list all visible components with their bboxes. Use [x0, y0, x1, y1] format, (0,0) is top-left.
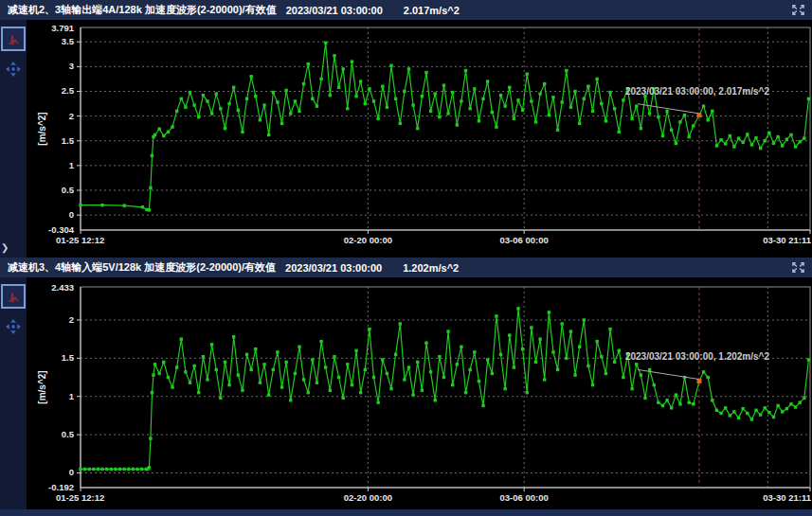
svg-text:3: 3 [69, 61, 74, 71]
svg-text:1: 1 [69, 160, 75, 170]
svg-text:03-06 00:00: 03-06 00:00 [500, 235, 549, 245]
chart-area-top: 3.532.521.510.503.791-0.30401-25 12:1202… [27, 20, 812, 258]
expand-arrows-icon [791, 4, 805, 16]
move-arrows-icon [6, 319, 21, 334]
svg-text:1.5: 1.5 [62, 135, 75, 146]
fullscreen-icon[interactable] [789, 3, 806, 18]
svg-text:1: 1 [69, 391, 75, 401]
svg-text:[m/s^2]: [m/s^2] [37, 370, 47, 403]
svg-text:2.5: 2.5 [62, 85, 75, 96]
trend-chart-bottom[interactable]: 21.510.502.433-0.19201-25 12:1202-20 00:… [27, 277, 812, 509]
svg-text:0: 0 [69, 467, 74, 477]
window-bottom-bar [0, 509, 812, 516]
panel-title: 减速机3、4轴输入端5V/128k 加速度波形(2-20000)/有效值 [8, 260, 276, 275]
expand-arrows-icon [791, 261, 805, 274]
svg-text:03-30 21:11: 03-30 21:11 [763, 235, 811, 245]
svg-text:[m/s^2]: [m/s^2] [37, 112, 47, 145]
cursor-value: 2.017m/s^2 [404, 5, 460, 16]
expand-panel-arrow-icon[interactable]: ❯ [1, 242, 9, 254]
svg-text:3.5: 3.5 [62, 36, 75, 46]
vibration-monitor-window: 减速机2、3轴输出端4A/128k 加速度波形(2-20000)/有效值 202… [0, 0, 812, 516]
svg-text:02-20 00:00: 02-20 00:00 [344, 235, 392, 245]
cursor-timestamp: 2023/03/21 03:00:00 [285, 262, 382, 274]
pan-tool-button[interactable] [6, 62, 21, 77]
panel-body-top: 3.532.521.510.503.791-0.30401-25 12:1202… [0, 20, 812, 258]
pan-tool-button[interactable] [6, 319, 21, 334]
mini-chart-icon [7, 290, 20, 303]
trend-chart-top[interactable]: 3.532.521.510.503.791-0.30401-25 12:1202… [27, 20, 812, 258]
chart-side-toolbar [0, 277, 27, 509]
panel-header-top: 减速机2、3轴输出端4A/128k 加速度波形(2-20000)/有效值 202… [0, 0, 812, 20]
svg-text:03-06 00:00: 03-06 00:00 [500, 492, 549, 503]
svg-text:01-25 12:12: 01-25 12:12 [56, 492, 104, 503]
svg-text:2.433: 2.433 [51, 282, 74, 293]
mini-chart-icon [7, 32, 20, 45]
panel-header-bottom: 减速机3、4轴输入端5V/128k 加速度波形(2-20000)/有效值 202… [0, 258, 812, 277]
svg-text:1.5: 1.5 [62, 352, 75, 363]
cursor-timestamp: 2023/03/21 03:00:00 [286, 5, 383, 16]
svg-text:03-30 21:11: 03-30 21:11 [763, 492, 811, 503]
svg-text:02-20 00:00: 02-20 00:00 [344, 492, 392, 503]
trend-panel-top: 减速机2、3轴输出端4A/128k 加速度波形(2-20000)/有效值 202… [0, 0, 812, 258]
move-arrows-icon [6, 62, 21, 77]
svg-text:-0.304: -0.304 [48, 224, 75, 235]
chart-thumbnail-button[interactable] [1, 284, 26, 309]
svg-text:2: 2 [69, 111, 74, 121]
cursor-value: 1.202m/s^2 [403, 262, 459, 274]
chart-thumbnail-button[interactable] [1, 27, 26, 51]
svg-text:-0.192: -0.192 [48, 482, 74, 492]
chart-side-toolbar [0, 20, 27, 258]
svg-text:3.791: 3.791 [51, 23, 74, 33]
svg-text:0.5: 0.5 [62, 185, 75, 195]
svg-text:01-25 12:12: 01-25 12:12 [56, 235, 104, 245]
trend-panel-bottom: 减速机3、4轴输入端5V/128k 加速度波形(2-20000)/有效值 202… [0, 258, 812, 509]
panel-title: 减速机2、3轴输出端4A/128k 加速度波形(2-20000)/有效值 [8, 3, 277, 17]
fullscreen-icon[interactable] [789, 260, 806, 276]
panel-body-bottom: 21.510.502.433-0.19201-25 12:1202-20 00:… [0, 277, 812, 509]
svg-text:2: 2 [69, 314, 74, 325]
svg-text:2023/03/21 03:00:00, 2.017m/s^: 2023/03/21 03:00:00, 2.017m/s^2 [625, 86, 770, 97]
chart-area-bottom: 21.510.502.433-0.19201-25 12:1202-20 00:… [27, 277, 812, 509]
svg-text:2023/03/21 03:00:00, 1.202m/s^: 2023/03/21 03:00:00, 1.202m/s^2 [625, 351, 770, 362]
svg-text:0: 0 [69, 209, 74, 220]
svg-text:0.5: 0.5 [62, 429, 75, 439]
